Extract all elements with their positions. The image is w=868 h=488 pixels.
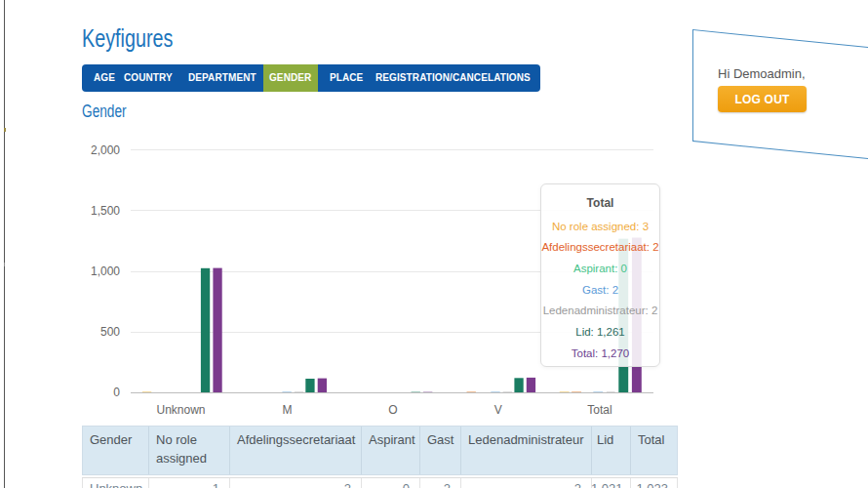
svg-text:1,500: 1,500 [91, 204, 120, 218]
svg-text:O: O [388, 403, 397, 417]
svg-text:0: 0 [113, 386, 120, 399]
svg-text:1,000: 1,000 [91, 264, 120, 278]
svg-text:500: 500 [100, 325, 120, 339]
svg-text:M: M [283, 403, 293, 417]
svg-text:2,000: 2,000 [91, 143, 120, 157]
svg-text:Total: Total [587, 403, 612, 417]
svg-text:Unknown: Unknown [156, 403, 205, 417]
svg-text:V: V [494, 403, 502, 417]
